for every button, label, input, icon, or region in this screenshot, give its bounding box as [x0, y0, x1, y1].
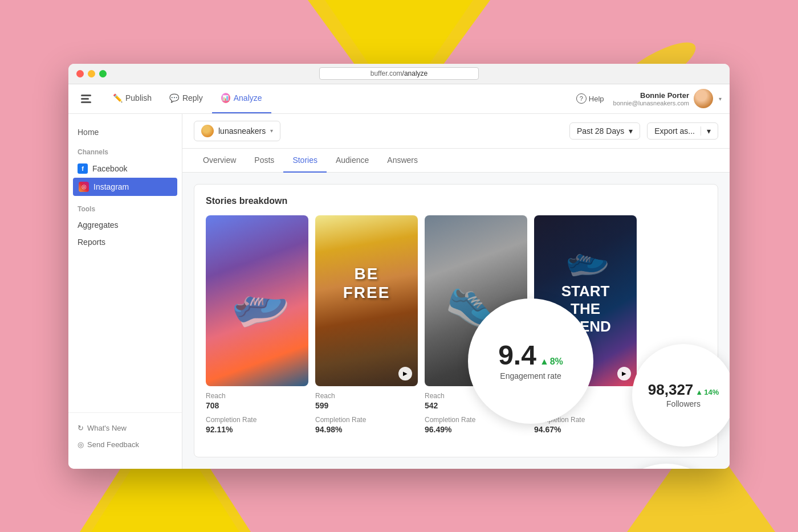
- nav-tab-analyze-label: Analyze: [234, 93, 262, 103]
- followers-row: 98,327 ▲ 14%: [648, 382, 719, 397]
- sidebar-item-home[interactable]: Home: [68, 123, 182, 141]
- nav-tab-analyze[interactable]: 📊 Analyze: [212, 84, 271, 113]
- nav-tab-reply-label: Reply: [182, 93, 203, 103]
- whats-new-label: What's New: [87, 424, 127, 432]
- sub-tab-stories[interactable]: Stories: [283, 149, 327, 173]
- sub-tab-posts[interactable]: Posts: [245, 149, 283, 173]
- feedback-icon: ◎: [78, 440, 84, 449]
- story-completion-group-2: Completion Rate 94.98%: [315, 416, 418, 434]
- logo-icon: [81, 92, 95, 105]
- account-selector[interactable]: lunasneakers ▾: [194, 121, 280, 141]
- story-card-1: Reach 708 Completion Rate 92.11%: [206, 215, 308, 445]
- date-range-label: Past 28 Days: [577, 126, 624, 136]
- content-area: lunasneakers ▾ Past 28 Days ▾ Export as.…: [182, 114, 730, 469]
- main-content: Stories breakdown Reach 708: [182, 173, 730, 469]
- sidebar-item-aggregates[interactable]: Aggregates: [68, 216, 182, 234]
- sub-tab-answers[interactable]: Answers: [378, 149, 427, 173]
- followers-bubble: 98,327 ▲ 14% Followers: [632, 344, 730, 447]
- story-card-2: ▶ Reach 599 Completion Rate 94.98%: [315, 215, 418, 445]
- story-video-badge-4: ▶: [617, 367, 631, 380]
- followers-trend: ▲ 14%: [695, 388, 719, 396]
- export-dropdown-arrow-icon: ▾: [707, 126, 711, 136]
- engagement-row: 9.4 ▲ 8%: [498, 342, 563, 369]
- sidebar-item-facebook[interactable]: f Facebook: [68, 159, 182, 178]
- stories-section: Stories breakdown Reach 708: [194, 184, 718, 457]
- sub-tab-overview[interactable]: Overview: [194, 149, 245, 173]
- help-label: Help: [589, 95, 604, 103]
- date-range-selector[interactable]: Past 28 Days ▾: [569, 122, 640, 140]
- facebook-icon: f: [78, 163, 88, 174]
- story-stats-2: Reach 599 Completion Rate 94.98%: [315, 386, 418, 445]
- nav-tab-reply[interactable]: 💬 Reply: [161, 84, 212, 113]
- sub-tab-audience-label: Audience: [336, 155, 369, 165]
- close-button[interactable]: [76, 70, 84, 77]
- export-button[interactable]: Export as... ▾: [647, 122, 718, 140]
- account-name: lunasneakers: [218, 126, 266, 136]
- maximize-button[interactable]: [99, 70, 107, 77]
- user-text: Bonnie Porter bonnie@lunasneakers.com: [613, 91, 689, 107]
- help-button[interactable]: ? Help: [576, 93, 604, 104]
- followers-trend-arrow-icon: ▲: [695, 388, 703, 396]
- sidebar-reports-label: Reports: [78, 238, 105, 247]
- account-dropdown-arrow-icon: ▾: [270, 128, 273, 134]
- user-caret-icon: ▾: [719, 96, 722, 102]
- followers-trend-value: 14%: [704, 388, 719, 396]
- app-window: buffer.com /analyze ✏️ Publish 💬 Reply 📊…: [68, 64, 730, 469]
- engagement-bubble: 9.4 ▲ 8% Engagement rate: [468, 298, 593, 424]
- sidebar-item-whats-new[interactable]: ↻ What's New: [68, 420, 182, 436]
- engagement-trend-arrow-icon: ▲: [540, 357, 549, 367]
- story-video-badge-2: ▶: [398, 367, 412, 380]
- story-completion-value-3: 96.49%: [425, 425, 527, 434]
- followers-label: Followers: [666, 399, 701, 408]
- export-label: Export as...: [654, 126, 695, 136]
- story-completion-label-1: Completion Rate: [206, 416, 308, 424]
- date-dropdown-arrow-icon: ▾: [629, 126, 633, 136]
- content-header: lunasneakers ▾ Past 28 Days ▾ Export as.…: [182, 114, 730, 149]
- sub-tab-audience[interactable]: Audience: [327, 149, 378, 173]
- sidebar-home-label: Home: [78, 128, 99, 137]
- engagement-trend-value: 8%: [550, 357, 563, 367]
- sidebar-item-reports[interactable]: Reports: [68, 234, 182, 251]
- app-header: ✏️ Publish 💬 Reply 📊 Analyze ? Help Bonn…: [68, 84, 730, 114]
- avatar: [694, 89, 713, 108]
- send-feedback-label: Send Feedback: [87, 440, 139, 449]
- button-divider: [701, 126, 701, 136]
- sidebar-aggregates-label: Aggregates: [78, 220, 119, 230]
- nav-tab-publish-label: Publish: [125, 93, 152, 103]
- reply-icon: 💬: [170, 93, 179, 103]
- story-completion-group-1: Completion Rate 92.11%: [206, 416, 308, 434]
- nav-tab-publish[interactable]: ✏️ Publish: [104, 84, 161, 113]
- story-completion-label-2: Completion Rate: [315, 416, 418, 424]
- story-completion-value-2: 94.98%: [315, 425, 418, 434]
- followers-value: 98,327: [648, 382, 694, 397]
- sub-tabs: Overview Posts Stories Audience Answers: [182, 149, 730, 173]
- sidebar-item-send-feedback[interactable]: ◎ Send Feedback: [68, 436, 182, 453]
- story-reach-group-1: Reach 708: [206, 392, 308, 410]
- sub-tab-stories-label: Stories: [292, 155, 317, 165]
- analyze-icon: 📊: [221, 93, 230, 103]
- story-reach-label-1: Reach: [206, 392, 308, 400]
- publish-icon: ✏️: [113, 93, 122, 103]
- sidebar-item-instagram[interactable]: ◎ Instagram: [73, 178, 177, 196]
- stories-grid: Reach 708 Completion Rate 92.11%: [206, 215, 706, 445]
- account-avatar: [201, 125, 214, 137]
- engagement-label: Engagement rate: [500, 371, 561, 380]
- sub-tab-answers-label: Answers: [387, 155, 418, 165]
- minimize-button[interactable]: [88, 70, 95, 77]
- story-reach-group-2: Reach 599: [315, 392, 418, 410]
- avatar-image: [694, 89, 713, 108]
- sidebar-channels-label: Channels: [68, 141, 182, 159]
- sidebar-bottom: ↻ What's New ◎ Send Feedback: [68, 412, 182, 460]
- header-right: ? Help Bonnie Porter bonnie@lunasneakers…: [576, 89, 722, 108]
- user-email: bonnie@lunasneakers.com: [613, 100, 689, 107]
- story-reach-value-2: 599: [315, 401, 418, 410]
- url-domain: buffer.com: [370, 69, 402, 77]
- story-image-2: ▶: [315, 215, 418, 386]
- story-stats-1: Reach 708 Completion Rate 92.11%: [206, 386, 308, 445]
- story-completion-value-1: 92.11%: [206, 425, 308, 434]
- stories-section-title: Stories breakdown: [206, 196, 706, 206]
- story-reach-value-1: 708: [206, 401, 308, 410]
- window-controls: [76, 70, 107, 77]
- url-path: /analyze: [402, 69, 428, 77]
- sidebar-facebook-label: Facebook: [92, 164, 127, 173]
